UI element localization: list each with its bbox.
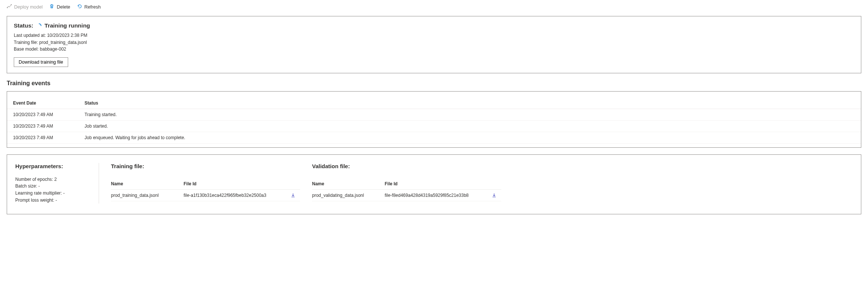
training-events-title: Training events <box>7 80 861 87</box>
training-file-title: Training file: <box>111 163 300 169</box>
validation-file-section: Validation file: Name File Id prod_valid… <box>304 163 501 204</box>
events-header-date: Event Date <box>13 100 85 106</box>
training-events-table: Event Date Status 10/20/2023 7:49 AM Tra… <box>7 91 861 148</box>
svg-point-1 <box>11 4 12 5</box>
table-row: 10/20/2023 7:49 AM Job started. <box>7 121 861 132</box>
training-file-line: Training file: prod_training_data.jsonl <box>14 39 854 46</box>
refresh-button[interactable]: Refresh <box>77 4 101 10</box>
training-file-section: Training file: Name File Id prod_trainin… <box>103 163 300 204</box>
details-panel: Hyperparameters: Number of epochs: 2 Bat… <box>7 154 861 214</box>
deploy-label: Deploy model <box>14 4 42 10</box>
deploy-icon <box>7 4 12 10</box>
events-header-status: Status <box>85 100 855 106</box>
hyperparameters-title: Hyperparameters: <box>15 163 92 169</box>
deploy-model-button: Deploy model <box>7 4 42 10</box>
svg-point-0 <box>7 7 8 8</box>
hyperparameters-section: Hyperparameters: Number of epochs: 2 Bat… <box>15 163 99 204</box>
base-model-line: Base model: babbage-002 <box>14 46 854 53</box>
delete-button[interactable]: Delete <box>49 4 70 10</box>
delete-label: Delete <box>57 4 70 10</box>
table-row: 10/20/2023 7:49 AM Training started. <box>7 109 861 121</box>
download-training-file-button[interactable]: Download training file <box>14 57 68 67</box>
refresh-label: Refresh <box>85 4 101 10</box>
status-value: Training running <box>45 22 90 29</box>
status-panel: Status: Training running Last updated at… <box>7 16 861 73</box>
table-row: prod_validating_data.jsonl file-f8ed469a… <box>312 190 501 201</box>
spinner-icon <box>36 23 42 28</box>
refresh-icon <box>77 4 82 10</box>
last-updated-line: Last updated at: 10/20/2023 2:38 PM <box>14 32 854 39</box>
table-row: 10/20/2023 7:49 AM Job enqueued. Waiting… <box>7 132 861 144</box>
table-row: prod_training_data.jsonl file-a1f130b31e… <box>111 190 300 201</box>
status-label: Status: <box>14 22 34 29</box>
trash-icon <box>49 4 54 10</box>
action-toolbar: Deploy model Delete Refresh <box>7 4 861 10</box>
download-icon[interactable] <box>492 193 501 198</box>
validation-file-title: Validation file: <box>312 163 501 169</box>
download-icon[interactable] <box>290 193 300 198</box>
